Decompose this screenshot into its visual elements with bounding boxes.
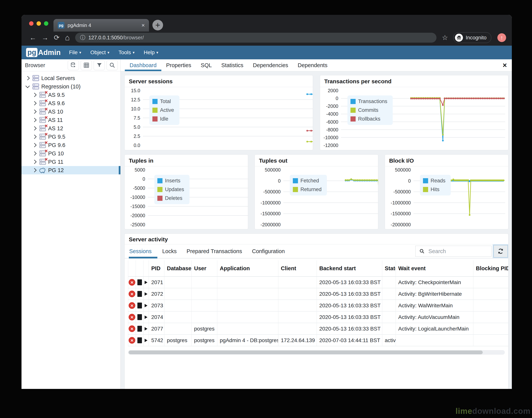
expand-row-icon[interactable] <box>145 339 147 342</box>
activity-tab-locks[interactable]: Locks <box>157 244 182 258</box>
expand-row-icon[interactable] <box>145 281 147 284</box>
chevron-right-icon[interactable] <box>32 160 37 164</box>
cancel-query-cell[interactable] <box>136 288 143 300</box>
grid-view-icon[interactable] <box>81 60 92 70</box>
chevron-right-icon[interactable] <box>32 143 37 147</box>
back-icon[interactable]: ← <box>29 34 36 41</box>
tab-properties[interactable]: Properties <box>161 59 196 71</box>
expand-cell[interactable] <box>143 312 149 323</box>
chevron-right-icon[interactable] <box>32 110 37 114</box>
tree-item-pg-9-5[interactable]: ×PG 9.5 <box>22 133 120 141</box>
chevron-right-icon[interactable] <box>32 101 37 105</box>
expand-cell[interactable] <box>143 300 149 311</box>
terminate-cell[interactable]: × <box>128 335 136 346</box>
minimize-window-button[interactable] <box>36 21 41 26</box>
legend-swatch <box>153 108 158 113</box>
browser-tab[interactable]: pg pgAdmin 4 × <box>53 19 149 32</box>
tree-item-pg-11[interactable]: ×PG 11 <box>22 158 120 166</box>
terminate-cell[interactable]: × <box>128 312 136 323</box>
menu-file[interactable]: File▾ <box>69 49 81 56</box>
search-icon[interactable] <box>106 60 118 70</box>
expand-cell[interactable] <box>143 335 149 346</box>
stop-icon[interactable] <box>137 302 142 308</box>
home-icon[interactable]: ⌂ <box>65 34 70 42</box>
chevron-right-icon[interactable] <box>32 118 37 122</box>
tree-item-as-9-6[interactable]: ×AS 9.6 <box>22 99 120 107</box>
chevron-down-icon[interactable] <box>25 84 30 88</box>
stop-icon[interactable] <box>137 314 142 320</box>
reload-icon[interactable]: ⟳ <box>54 34 59 41</box>
tree-item-pg-12[interactable]: PG 12 <box>22 166 120 174</box>
tree-item-local-servers[interactable]: Local Servers <box>22 74 120 82</box>
terminate-session-icon[interactable]: × <box>129 337 135 344</box>
activity-tab-configuration[interactable]: Configuration <box>247 244 290 258</box>
tab-statistics[interactable]: Statistics <box>216 59 248 71</box>
chevron-right-icon[interactable] <box>32 151 37 156</box>
cancel-query-cell[interactable] <box>136 335 143 346</box>
panel-close-icon[interactable]: × <box>503 62 507 69</box>
expand-row-icon[interactable] <box>145 327 147 331</box>
expand-row-icon[interactable] <box>145 292 147 296</box>
terminate-cell[interactable]: × <box>128 277 136 288</box>
terminate-session-icon[interactable]: × <box>129 325 135 332</box>
tree-item-pg-9-6[interactable]: ×PG 9.6 <box>22 141 120 149</box>
chevron-right-icon[interactable] <box>25 76 30 81</box>
server-quick-search-icon[interactable] <box>68 60 79 70</box>
expand-row-icon[interactable] <box>145 304 147 307</box>
terminate-session-icon[interactable]: × <box>129 302 135 309</box>
activity-tab-prepared-transactions[interactable]: Prepared Transactions <box>181 244 247 258</box>
chevron-right-icon[interactable] <box>32 135 37 139</box>
menu-help[interactable]: Help▾ <box>144 49 158 56</box>
stop-icon[interactable] <box>137 279 142 285</box>
cancel-query-cell[interactable] <box>136 300 143 311</box>
tree-item-as-11[interactable]: ×AS 11 <box>22 116 120 124</box>
stop-icon[interactable] <box>137 337 142 343</box>
tab-close-icon[interactable]: × <box>141 23 145 28</box>
search-input[interactable] <box>428 248 487 255</box>
bookmark-star-icon[interactable]: ☆ <box>442 34 448 42</box>
filter-icon[interactable] <box>94 60 105 70</box>
close-window-button[interactable] <box>29 21 34 26</box>
expand-cell[interactable] <box>143 277 149 288</box>
terminate-cell[interactable]: × <box>128 288 136 300</box>
tab-dependencies[interactable]: Dependencies <box>248 59 293 71</box>
terminate-session-icon[interactable]: × <box>129 290 135 297</box>
cancel-query-cell[interactable] <box>136 323 143 334</box>
stop-icon[interactable] <box>137 326 142 332</box>
tree-item-pg-10[interactable]: ×PG 10 <box>22 149 120 158</box>
forward-icon[interactable]: → <box>42 34 48 41</box>
tree-item-as-9-5[interactable]: ×AS 9.5 <box>22 91 120 99</box>
browser-update-icon[interactable]: ↑ <box>497 33 506 42</box>
menu-tools[interactable]: Tools▾ <box>118 49 134 56</box>
cancel-query-cell[interactable] <box>136 277 143 288</box>
tree-item-as-10[interactable]: ×AS 10 <box>22 107 120 116</box>
cancel-query-cell[interactable] <box>136 312 143 323</box>
tab-dashboard[interactable]: Dashboard <box>125 59 161 71</box>
y-tick-label: -1000000 <box>391 200 411 205</box>
tree-item-as-12[interactable]: ×AS 12 <box>22 124 120 133</box>
horizontal-scrollbar-thumb[interactable] <box>129 350 483 354</box>
expand-cell[interactable] <box>143 288 149 300</box>
terminate-cell[interactable]: × <box>128 323 136 334</box>
chevron-right-icon[interactable] <box>32 93 37 97</box>
chevron-right-icon[interactable] <box>32 126 37 131</box>
maximize-window-button[interactable] <box>44 21 48 26</box>
stop-icon[interactable] <box>137 291 142 297</box>
y-tick-label: -1500000 <box>391 211 411 216</box>
chevron-right-icon[interactable] <box>32 168 37 173</box>
new-tab-button[interactable]: + <box>153 20 163 30</box>
activity-tab-sessions[interactable]: Sessions <box>129 244 157 258</box>
expand-cell[interactable] <box>143 323 149 334</box>
terminate-session-icon[interactable]: × <box>129 279 135 286</box>
site-info-icon[interactable]: ⓘ <box>80 34 85 41</box>
menu-object[interactable]: Object▾ <box>90 49 109 56</box>
refresh-button[interactable] <box>493 245 508 257</box>
tab-dependents[interactable]: Dependents <box>293 59 332 71</box>
terminate-cell[interactable]: × <box>128 300 136 311</box>
sidebar-header: Browser <box>22 59 120 71</box>
terminate-session-icon[interactable]: × <box>129 314 135 320</box>
address-input[interactable]: ⓘ 127.0.0.1:5050/browser/ <box>75 33 437 43</box>
expand-row-icon[interactable] <box>145 315 147 319</box>
tree-item-regression-10-[interactable]: Regression (10) <box>22 82 120 91</box>
tab-sql[interactable]: SQL <box>196 59 216 71</box>
